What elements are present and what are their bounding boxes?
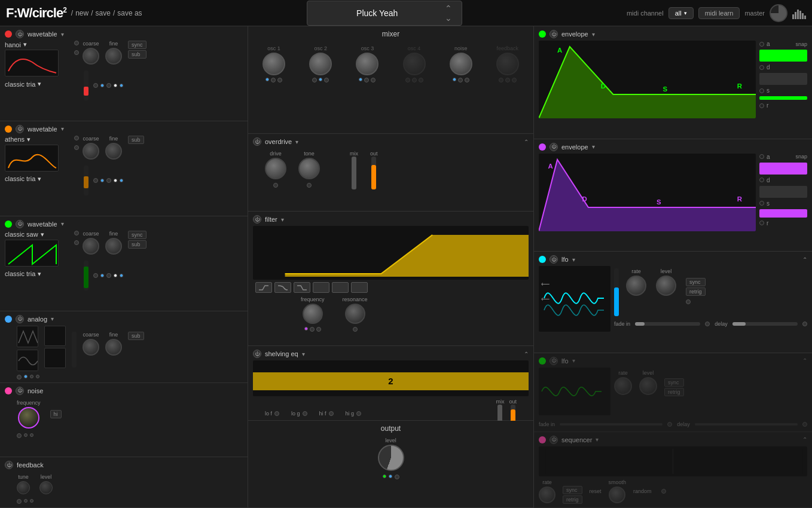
radio-dot-1c[interactable] <box>93 83 98 88</box>
filter-btn-2[interactable] <box>274 282 291 293</box>
feedback-level-knob[interactable] <box>39 481 53 494</box>
overdrive-dropdown[interactable]: ▾ <box>295 139 298 145</box>
analog-coarse-knob[interactable] <box>83 339 99 356</box>
env1-snap-radio-a[interactable] <box>759 42 764 47</box>
eq-log-radio[interactable] <box>303 411 307 416</box>
mixer-dot-osc3-blue[interactable] <box>359 78 362 81</box>
dot-blue-1b[interactable] <box>120 84 123 87</box>
overdrive-tone-knob[interactable] <box>298 158 320 179</box>
lfo1-delay-radio[interactable] <box>802 322 807 326</box>
lfo1-expand[interactable]: ⌃ <box>802 256 807 263</box>
radio-dot-1a[interactable] <box>74 41 79 45</box>
power-button-2[interactable]: ⏻ <box>16 125 24 133</box>
mixer-knob-osc3[interactable] <box>356 53 378 75</box>
analog-dropdown[interactable]: ▾ <box>51 316 54 322</box>
env2-power-btn[interactable]: ⏻ <box>550 143 558 151</box>
fine-knob-1[interactable] <box>105 48 122 65</box>
env2-a-bar[interactable] <box>759 163 807 175</box>
v-slider-2[interactable] <box>84 166 88 195</box>
mixer-radio-osc2a[interactable] <box>312 78 317 82</box>
power-button-eq[interactable]: ⏻ <box>253 350 261 358</box>
overdrive-radio-drive[interactable] <box>273 183 278 188</box>
filter-btn-1[interactable] <box>255 282 272 293</box>
v-slider-1[interactable] <box>84 71 88 100</box>
mixer-radio-fb-b[interactable] <box>505 78 510 82</box>
filter-dot-purple[interactable] <box>304 327 308 330</box>
mixer-radio-fb-c[interactable] <box>512 78 517 82</box>
output-dot-blue[interactable] <box>389 475 392 478</box>
seq-reset-label[interactable]: reset <box>590 488 602 494</box>
filter-freq-knob[interactable] <box>303 304 323 324</box>
lfo2-dropdown[interactable]: ▾ <box>572 357 575 364</box>
lfo2-rate-knob[interactable] <box>614 377 632 395</box>
env2-s-bar[interactable] <box>759 209 807 218</box>
power-button-analog[interactable]: ⏻ <box>16 315 24 323</box>
overdrive-out-slider[interactable] <box>371 157 376 189</box>
power-button-filter[interactable]: ⏻ <box>253 215 261 224</box>
seq-dropdown[interactable]: ▾ <box>596 436 599 443</box>
env1-a-bar[interactable] <box>759 50 807 62</box>
lfo1-delay-slider[interactable] <box>732 322 798 326</box>
filter-btn-4[interactable] <box>313 282 329 293</box>
env2-snap-radio-r[interactable] <box>759 221 764 225</box>
overdrive-mix-slider[interactable] <box>352 157 356 189</box>
env1-dropdown[interactable]: ▾ <box>592 31 595 38</box>
radio-dot-3a[interactable] <box>74 231 79 235</box>
wave-name-2b[interactable]: classic tria ▾ <box>5 175 71 183</box>
feedback-dot-1[interactable] <box>24 499 28 503</box>
lfo1-radio[interactable] <box>686 299 691 304</box>
filter-btn-6[interactable] <box>351 282 368 293</box>
fine-knob-2[interactable] <box>105 143 122 160</box>
dot-blue-1[interactable] <box>100 84 104 87</box>
coarse-knob-1[interactable] <box>83 48 99 65</box>
nav-save[interactable]: save <box>96 9 111 17</box>
output-radio[interactable] <box>395 475 399 479</box>
nav-new[interactable]: new <box>75 9 88 17</box>
radio-dot-3b[interactable] <box>74 240 79 245</box>
lfo1-power-btn[interactable]: ⏻ <box>550 255 558 264</box>
mixer-radio-osc1[interactable] <box>271 78 276 82</box>
lfo2-retrig-btn[interactable]: retrig <box>664 388 684 396</box>
lfo2-power-btn[interactable]: ⏻ <box>550 357 558 365</box>
filter-dropdown[interactable]: ▾ <box>281 216 284 223</box>
output-level-knob[interactable] <box>378 445 404 471</box>
env2-snap-radio-a[interactable] <box>759 154 764 159</box>
mixer-radio-osc4b[interactable] <box>412 78 417 82</box>
radio-dot-2a[interactable] <box>74 136 79 140</box>
feedback-dot-2[interactable] <box>30 499 33 503</box>
filter-radio-res[interactable] <box>353 327 358 332</box>
radio-dot-2d[interactable] <box>106 178 111 183</box>
overdrive-expand[interactable]: ⌃ <box>524 139 529 145</box>
filter-btn-5[interactable] <box>332 282 349 293</box>
lfo2-delay-slider[interactable] <box>695 423 798 426</box>
filter-btn-3[interactable] <box>294 282 310 293</box>
sync-btn-1[interactable]: sync <box>128 41 146 49</box>
eq-expand[interactable]: ⌃ <box>524 351 529 357</box>
lfo2-fade-slider[interactable] <box>560 423 663 426</box>
feedback-tune-knob[interactable] <box>17 481 30 494</box>
dot-1e[interactable] <box>114 84 117 87</box>
mixer-radio-osc3a[interactable] <box>364 78 369 82</box>
nav-save-as[interactable]: save as <box>117 9 142 17</box>
noise-frequency-knob[interactable] <box>18 407 39 429</box>
seq-power-btn[interactable]: ⏻ <box>550 436 558 444</box>
seq-sync-btn[interactable]: sync <box>563 486 582 494</box>
seq-expand[interactable]: ⌃ <box>802 436 807 443</box>
radio-dot-2b[interactable] <box>74 145 79 150</box>
noise-dot-1[interactable] <box>24 433 28 437</box>
power-button-noise[interactable]: ⏻ <box>16 387 24 395</box>
radio-dot-3d[interactable] <box>106 273 111 278</box>
lfo2-sync-btn[interactable]: sync <box>664 378 684 387</box>
wavetable-dropdown-2[interactable]: ▾ <box>61 126 64 132</box>
analog-fine-knob[interactable] <box>105 339 122 356</box>
wave-name-2[interactable]: athens ▾ <box>5 136 71 143</box>
power-button-3[interactable]: ⏻ <box>16 220 24 228</box>
lfo1-sync-btn[interactable]: sync <box>686 278 706 286</box>
dot-blue-2b[interactable] <box>120 179 123 182</box>
mixer-radio-osc1b[interactable] <box>277 78 282 82</box>
seq-retrig-btn[interactable]: retrig <box>563 495 582 504</box>
radio-dot-3c[interactable] <box>93 273 98 278</box>
master-knob[interactable] <box>770 4 787 22</box>
mixer-knob-osc1[interactable] <box>262 53 285 75</box>
analog-dot-3[interactable] <box>36 375 39 378</box>
